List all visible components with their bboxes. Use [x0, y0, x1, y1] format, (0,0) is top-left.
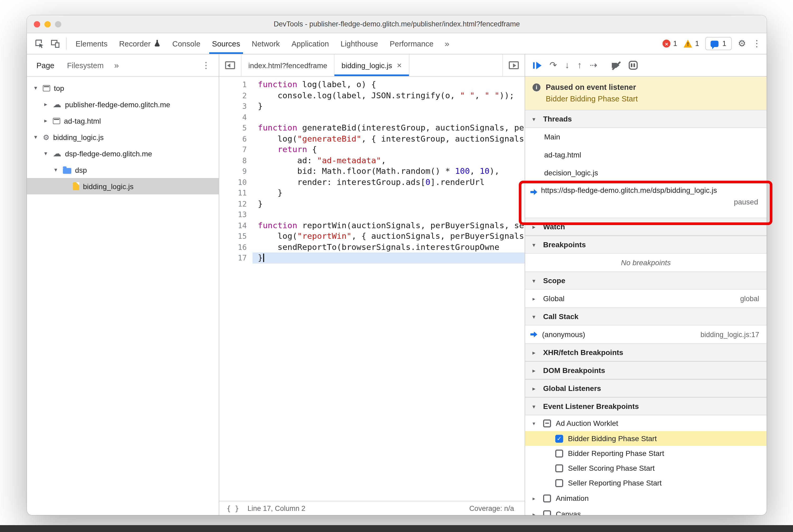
code-line[interactable]: function generateBid(interestGroup, auct… [258, 122, 525, 133]
chevron-right-icon[interactable]: ▸ [42, 117, 49, 124]
code-line[interactable]: function log(label, o) { [258, 79, 525, 90]
kebab-menu-icon[interactable]: ⋮ [752, 38, 761, 49]
elb-item-seller-reporting-phase-start[interactable]: Seller Reporting Phase Start [525, 475, 767, 490]
inspect-element-icon[interactable] [31, 33, 47, 54]
code-line[interactable]: log("generateBid", { interestGroup, auct… [258, 133, 525, 144]
chevron-right-icon[interactable]: ▸ [532, 495, 539, 501]
chevron-right-icon[interactable]: ▸ [532, 296, 539, 301]
chevron-right-icon[interactable]: ▸ [42, 101, 49, 108]
chevron-right-icon[interactable]: ▸ [532, 511, 539, 515]
resume-button[interactable] [533, 61, 542, 69]
group-checkbox[interactable] [543, 494, 551, 502]
code-line[interactable]: sendReportTo(browserSignals.interestGrou… [258, 242, 525, 252]
code-line[interactable]: console.log(label, JSON.stringify(o, " "… [258, 90, 525, 101]
minimize-window-button[interactable] [44, 21, 51, 27]
error-badge[interactable]: × 1 [662, 40, 677, 48]
group-checkbox[interactable] [543, 419, 551, 427]
chevron-down-icon[interactable]: ▾ [532, 420, 539, 426]
tree-item-bidding-logic-js[interactable]: ▾⚙bidding_logic.js [27, 129, 219, 145]
line-number[interactable]: 9 [219, 166, 247, 177]
device-toolbar-icon[interactable] [47, 33, 63, 54]
warning-badge[interactable]: 1 [683, 40, 699, 48]
chevron-down-icon[interactable]: ▾ [32, 84, 39, 91]
zoom-window-button[interactable] [55, 21, 61, 27]
thread-item-current[interactable]: https://dsp-fledge-demo.glitch.me/dsp/bi… [525, 182, 767, 218]
line-number[interactable]: 5 [219, 122, 247, 133]
event-listener-breakpoints-section-header[interactable]: ▾ Event Listener Breakpoints [525, 397, 767, 415]
thread-item-ad-tag-html[interactable]: ad-tag.html [525, 146, 767, 164]
gutter[interactable]: 1234567891011121314151617 [219, 79, 252, 501]
elb-item-seller-scoring-phase-start[interactable]: Seller Scoring Phase Start [525, 461, 767, 475]
panel-tab-recorder[interactable]: Recorder [113, 33, 166, 54]
line-number[interactable]: 11 [219, 188, 247, 198]
code-line[interactable]: } [258, 188, 525, 198]
group-checkbox[interactable] [543, 510, 551, 515]
code-line[interactable]: } [252, 252, 525, 263]
editor-tab-index-html-fencedframe[interactable]: index.html?fencedframe [242, 54, 335, 76]
deactivate-breakpoints-button[interactable] [611, 61, 621, 70]
step-into-button[interactable]: ↓ [565, 60, 569, 71]
close-window-button[interactable] [34, 21, 40, 27]
code-line[interactable]: } [258, 101, 525, 112]
line-number[interactable]: 2 [219, 90, 247, 101]
line-number[interactable]: 14 [219, 220, 247, 231]
more-tabs-chevron[interactable]: » [439, 33, 455, 54]
breakpoint-checkbox[interactable] [555, 449, 563, 457]
tree-item-ad-tag-html[interactable]: ▸ad-tag.html [27, 113, 219, 129]
line-number[interactable]: 16 [219, 242, 247, 252]
thread-item-decision-logic-js[interactable]: decision_logic.js [525, 164, 767, 182]
step-out-button[interactable]: ↑ [578, 60, 582, 71]
navigator-kebab-icon[interactable]: ⋮ [196, 60, 215, 70]
global-listeners-section-header[interactable]: ▸ Global Listeners [525, 379, 767, 397]
editor-tab-bidding-logic-js[interactable]: bidding_logic.js× [335, 54, 409, 76]
line-number[interactable]: 10 [219, 177, 247, 188]
breakpoint-checkbox[interactable]: ✓ [555, 435, 563, 442]
pause-on-exceptions-button[interactable] [628, 61, 637, 70]
code-line[interactable]: log("reportWin", { auctionSignals, perBu… [258, 231, 525, 242]
code-line[interactable]: } [258, 198, 525, 209]
code-lines[interactable]: function log(label, o) { console.log(lab… [252, 79, 525, 501]
line-number[interactable]: 8 [219, 155, 247, 166]
scope-item-global[interactable]: ▸Globalglobal [525, 289, 767, 307]
breakpoint-checkbox[interactable] [555, 479, 563, 487]
panel-tab-console[interactable]: Console [166, 33, 206, 54]
elb-group-ad-auction-worklet[interactable]: ▾Ad Auction Worklet [525, 415, 767, 431]
code-line[interactable]: bid: Math.floor(Math.random() * 100, 10)… [258, 166, 525, 177]
line-number[interactable]: 15 [219, 231, 247, 242]
step-button[interactable]: ⇢ [590, 60, 598, 71]
panel-tab-network[interactable]: Network [246, 33, 286, 54]
chevron-down-icon[interactable]: ▾ [32, 134, 39, 140]
line-number[interactable]: 4 [219, 112, 247, 122]
tree-item-dsp[interactable]: ▾dsp [27, 162, 219, 178]
tree-item-bidding-logic-js[interactable]: bidding_logic.js [27, 178, 219, 194]
pretty-print-icon[interactable]: { } [227, 504, 239, 512]
tree-item-publisher-fledge-demo-glitch-me[interactable]: ▸☁publisher-fledge-demo.glitch.me [27, 96, 219, 113]
code-line[interactable]: return { [258, 144, 525, 155]
scope-section-header[interactable]: ▾ Scope [525, 271, 767, 289]
tree-item-top[interactable]: ▾top [27, 80, 219, 96]
dom-breakpoints-section-header[interactable]: ▸ DOM Breakpoints [525, 361, 767, 379]
navigator-more-chevron[interactable]: » [110, 60, 123, 70]
code-line[interactable]: ad: "ad-metadata", [258, 155, 525, 166]
panel-tab-sources[interactable]: Sources [206, 33, 246, 54]
elb-group-canvas[interactable]: ▸Canvas [525, 506, 767, 515]
line-number[interactable]: 1 [219, 79, 247, 90]
step-over-button[interactable]: ↷ [549, 60, 557, 71]
tree-item-dsp-fledge-demo-glitch-me[interactable]: ▾☁dsp-fledge-demo.glitch.me [27, 145, 219, 162]
code-line[interactable]: render: interestGroup.ads[0].renderUrl [258, 177, 525, 188]
issues-button[interactable]: 1 [705, 37, 732, 50]
hide-navigator-icon[interactable] [219, 54, 242, 76]
panel-tab-application[interactable]: Application [286, 33, 335, 54]
tab-filesystem[interactable]: Filesystem [61, 54, 110, 76]
breakpoint-checkbox[interactable] [555, 464, 563, 472]
elb-group-animation[interactable]: ▸Animation [525, 490, 767, 506]
panel-tab-performance[interactable]: Performance [384, 33, 439, 54]
tab-page[interactable]: Page [30, 54, 61, 76]
close-icon[interactable]: × [397, 60, 402, 70]
code-editor[interactable]: 1234567891011121314151617 function log(l… [219, 77, 525, 501]
panel-tab-elements[interactable]: Elements [70, 33, 113, 54]
threads-section-header[interactable]: ▾ Threads [525, 110, 767, 128]
callstack-section-header[interactable]: ▾ Call Stack [525, 307, 767, 325]
line-number[interactable]: 6 [219, 133, 247, 144]
thread-item-main[interactable]: Main [525, 128, 767, 146]
